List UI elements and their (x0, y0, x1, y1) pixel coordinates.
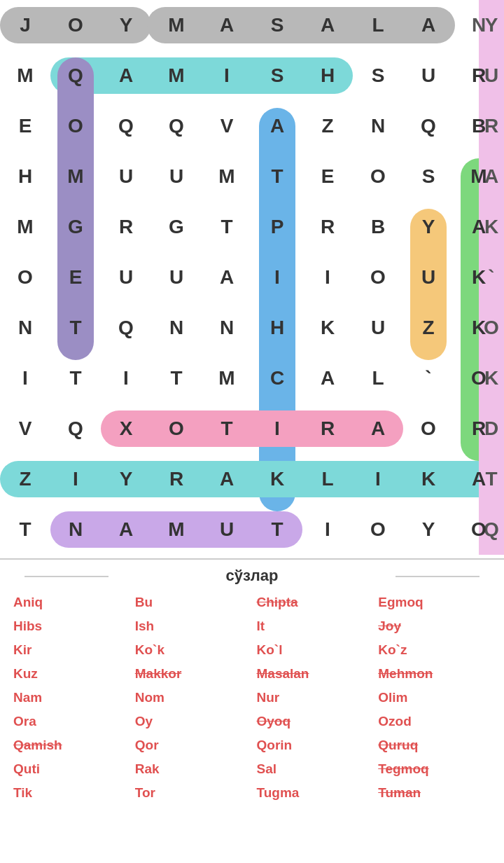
word-item-egmoq: Egmoq (375, 593, 493, 612)
word-item-nom: Nom (132, 689, 251, 707)
cell-4-2: R (101, 202, 151, 252)
word-item-masalan: Masalan (254, 665, 372, 683)
cell-2-3: Q (151, 101, 202, 151)
cell-10-8: Y (403, 504, 454, 555)
cell-8-7: A (353, 403, 403, 454)
word-item-ko`k: Ko`k (132, 641, 251, 659)
cell-3-2: U (101, 151, 151, 202)
cell-7-0: I (0, 353, 50, 403)
cell-8-4: T (202, 403, 252, 454)
cell-10-3: M (151, 504, 202, 555)
word-item-tuman: Tuman (375, 784, 493, 802)
cell-7-5: C (252, 353, 302, 403)
word-item-oyoq: Oyoq (254, 712, 372, 731)
word-item-qor: Qor (132, 736, 251, 754)
cell-5-6: I (302, 252, 353, 303)
word-item-chipta: Chipta (254, 593, 372, 612)
cell-0-0: J (0, 0, 50, 50)
cell-9-9: A (454, 454, 504, 504)
word-item-hibs: Hibs (10, 617, 129, 635)
words-grid: AniqBuChiptaEgmoqHibsIshItJoyKirKo`kKo`l… (10, 593, 493, 802)
word-item-nur: Nur (254, 689, 372, 707)
word-item-tugma: Tugma (254, 784, 372, 802)
cell-0-3: M (151, 0, 202, 50)
word-item-ko`z: Ko`z (375, 641, 493, 659)
cell-1-8: U (403, 50, 454, 101)
cell-2-2: Q (101, 101, 151, 151)
cell-1-6: H (302, 50, 353, 101)
cell-2-7: N (353, 101, 403, 151)
cell-7-8: ` (403, 353, 454, 403)
cell-4-9: A (454, 202, 504, 252)
cell-2-1: O (50, 101, 101, 151)
cell-6-6: K (302, 303, 353, 353)
grid-wrapper: J O Y M A S A L A N M Q A M I S H S U R … (0, 0, 504, 555)
cell-9-7: I (353, 454, 403, 504)
words-section: сўзлар AniqBuChiptaEgmoqHibsIshItJoyKirK… (0, 558, 504, 816)
cell-2-8: Q (403, 101, 454, 151)
cell-4-0: M (0, 202, 50, 252)
cell-10-9: O (454, 504, 504, 555)
word-item-makkor: Makkor (132, 665, 251, 683)
cell-1-3: M (151, 50, 202, 101)
cell-8-2: X (101, 403, 151, 454)
cell-6-2: Q (101, 303, 151, 353)
cell-9-4: A (202, 454, 252, 504)
cell-1-4: I (202, 50, 252, 101)
word-item-qamish: Qamish (10, 736, 129, 754)
word-item-qorin: Qorin (254, 736, 372, 754)
cell-5-8: U (403, 252, 454, 303)
cell-8-6: R (302, 403, 353, 454)
word-item-it: It (254, 617, 372, 635)
cell-5-4: A (202, 252, 252, 303)
cell-10-4: U (202, 504, 252, 555)
cell-1-5: S (252, 50, 302, 101)
cell-7-7: L (353, 353, 403, 403)
cell-3-9: M (454, 151, 504, 202)
cell-9-6: L (302, 454, 353, 504)
cell-7-9: O (454, 353, 504, 403)
word-item-kir: Kir (10, 641, 129, 659)
cell-6-1: T (50, 303, 101, 353)
cell-3-0: H (0, 151, 50, 202)
cell-4-3: G (151, 202, 202, 252)
cell-8-0: V (0, 403, 50, 454)
cell-3-8: S (403, 151, 454, 202)
cell-10-5: T (252, 504, 302, 555)
cell-6-9: K (454, 303, 504, 353)
cell-1-7: S (353, 50, 403, 101)
word-item-ish: Ish (132, 617, 251, 635)
word-item-ko`l: Ko`l (254, 641, 372, 659)
cell-5-7: O (353, 252, 403, 303)
words-title: сўзлар (10, 567, 493, 585)
cell-7-2: I (101, 353, 151, 403)
cell-5-5: I (252, 252, 302, 303)
cell-7-6: A (302, 353, 353, 403)
cell-8-8: O (403, 403, 454, 454)
cell-6-3: N (151, 303, 202, 353)
cell-8-1: Q (50, 403, 101, 454)
cell-3-6: E (302, 151, 353, 202)
cell-4-4: T (202, 202, 252, 252)
cell-4-1: G (50, 202, 101, 252)
cell-3-7: O (353, 151, 403, 202)
cell-4-5: P (252, 202, 302, 252)
word-item-joy: Joy (375, 617, 493, 635)
cell-4-7: B (353, 202, 403, 252)
cell-0-8: A (403, 0, 454, 50)
cell-1-9: R (454, 50, 504, 101)
cell-0-5: S (252, 0, 302, 50)
cell-1-0: M (0, 50, 50, 101)
word-item-tik: Tik (10, 784, 129, 802)
cell-3-3: U (151, 151, 202, 202)
cell-3-1: M (50, 151, 101, 202)
cell-9-2: Y (101, 454, 151, 504)
cell-6-8: Z (403, 303, 454, 353)
cell-10-1: N (50, 504, 101, 555)
cell-10-6: I (302, 504, 353, 555)
cell-5-3: U (151, 252, 202, 303)
word-item-nam: Nam (10, 689, 129, 707)
cell-1-2: A (101, 50, 151, 101)
cell-4-8: Y (403, 202, 454, 252)
cell-9-0: Z (0, 454, 50, 504)
